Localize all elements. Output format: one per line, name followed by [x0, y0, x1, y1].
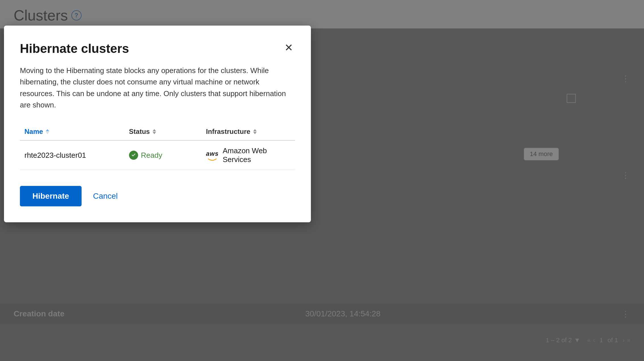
hibernate-button[interactable]: Hibernate: [20, 186, 82, 206]
cluster-name-cell: rhte2023-cluster01: [20, 140, 124, 170]
infra-name: Amazon Web Services: [223, 146, 290, 164]
aws-logo: aws: [206, 150, 219, 161]
modal-actions: Hibernate Cancel: [20, 186, 295, 206]
clusters-table: Name Status: [20, 124, 295, 170]
status-icon: [129, 151, 138, 160]
modal-description: Moving to the Hibernating state blocks a…: [20, 65, 295, 111]
sort-status-icon[interactable]: [153, 129, 156, 134]
modal-overlay: Hibernate clusters ✕ Moving to the Hiber…: [0, 0, 644, 361]
col-header-status[interactable]: Status: [124, 124, 201, 140]
modal-title: Hibernate clusters: [20, 42, 129, 56]
col-header-infrastructure[interactable]: Infrastructure: [201, 124, 295, 140]
sort-name-icon[interactable]: [46, 129, 49, 134]
hibernate-modal: Hibernate clusters ✕ Moving to the Hiber…: [4, 26, 311, 222]
status-label: Ready: [141, 151, 162, 160]
sort-infra-icon[interactable]: [253, 129, 257, 134]
close-button[interactable]: ✕: [282, 42, 295, 54]
modal-header: Hibernate clusters ✕: [20, 42, 295, 56]
aws-smile-icon: [207, 158, 217, 161]
cancel-button[interactable]: Cancel: [91, 186, 120, 206]
cluster-status-cell: Ready: [124, 140, 201, 170]
table-row: rhte2023-cluster01 Ready: [20, 140, 295, 170]
cluster-infra-cell: aws Amazon Web Services: [201, 140, 295, 170]
check-icon: [131, 152, 136, 158]
col-header-name[interactable]: Name: [20, 124, 124, 140]
